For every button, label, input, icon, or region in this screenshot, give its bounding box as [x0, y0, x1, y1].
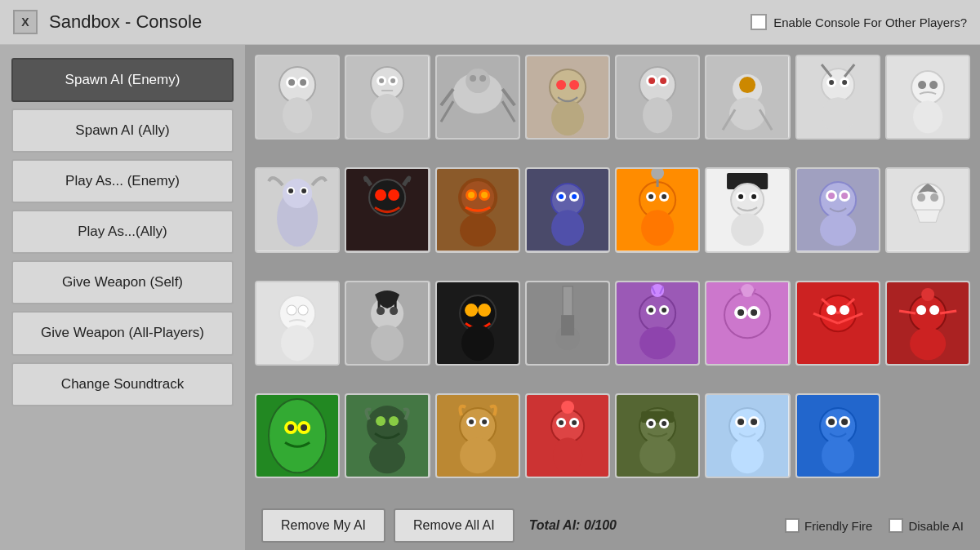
ai-card-2[interactable] [345, 55, 430, 140]
disable-ai-checkbox[interactable] [889, 518, 903, 533]
content-area: Remove My AI Remove All AI Total AI: 0/1… [245, 45, 980, 550]
svg-point-104 [841, 193, 848, 199]
svg-point-175 [469, 419, 474, 424]
svg-point-81 [572, 194, 577, 199]
ai-card-10[interactable] [345, 167, 430, 252]
svg-point-27 [556, 80, 566, 90]
svg-rect-128 [561, 315, 574, 335]
ai-card-18[interactable] [345, 281, 430, 366]
ai-card-5[interactable] [615, 55, 700, 140]
ai-card-13[interactable] [615, 167, 700, 252]
svg-point-164 [287, 424, 294, 431]
ai-card-14[interactable] [705, 167, 790, 252]
ai-card-4[interactable] [525, 55, 610, 140]
svg-point-13 [390, 78, 395, 83]
title-bar: X Sandbox - Console Enable Console For O… [0, 0, 980, 45]
svg-point-142 [737, 309, 744, 316]
svg-point-198 [737, 419, 744, 425]
svg-point-98 [731, 213, 764, 246]
sidebar-btn-spawn-ally[interactable]: Spawn AI (Ally) [11, 109, 234, 153]
ai-card-9[interactable] [255, 167, 340, 252]
svg-point-143 [751, 309, 757, 316]
svg-point-17 [466, 69, 490, 93]
ai-card-20[interactable] [525, 281, 610, 366]
ai-grid [255, 55, 970, 501]
enable-console-area: Enable Console For Other Players? [751, 14, 967, 30]
svg-point-28 [569, 80, 579, 90]
svg-point-200 [731, 437, 764, 473]
svg-point-90 [641, 210, 674, 246]
close-button[interactable]: X [13, 10, 38, 34]
remove-all-ai-button[interactable]: Remove All AI [394, 508, 514, 543]
svg-point-184 [559, 420, 564, 425]
ai-card-8[interactable] [885, 55, 970, 140]
svg-point-159 [910, 327, 946, 360]
ai-card-30[interactable] [705, 393, 790, 478]
svg-point-34 [648, 78, 655, 84]
svg-point-151 [840, 305, 849, 315]
ai-card-24[interactable] [885, 281, 970, 366]
ai-card-25[interactable] [255, 393, 340, 478]
svg-point-49 [842, 80, 847, 85]
ai-card-22[interactable] [705, 281, 790, 366]
sidebar-btn-change-soundtrack[interactable]: Change Soundtrack [11, 362, 234, 406]
ai-card-28[interactable] [525, 393, 610, 478]
sidebar-btn-give-weapon-self[interactable]: Give Weapon (Self) [11, 260, 234, 304]
svg-point-205 [828, 419, 835, 425]
svg-point-135 [662, 308, 666, 313]
svg-point-72 [468, 192, 474, 198]
ai-card-16[interactable] [885, 167, 970, 252]
ai-card-21[interactable] [615, 281, 700, 366]
svg-point-74 [460, 214, 496, 246]
svg-point-66 [388, 189, 399, 201]
svg-point-55 [929, 81, 938, 89]
svg-point-165 [301, 424, 307, 431]
svg-point-168 [376, 416, 385, 426]
svg-point-77 [551, 210, 584, 246]
svg-point-117 [376, 307, 385, 315]
svg-point-35 [660, 78, 666, 84]
ai-card-12[interactable] [525, 167, 610, 252]
main-layout: Spawn AI (Enemy)Spawn AI (Ally)Play As..… [0, 45, 980, 550]
svg-point-48 [829, 80, 834, 85]
sidebar-btn-play-as-ally[interactable]: Play As...(Ally) [11, 210, 234, 254]
ai-card-23[interactable] [795, 281, 880, 366]
svg-point-170 [369, 441, 405, 473]
svg-point-97 [751, 194, 756, 199]
enable-console-checkbox[interactable] [751, 14, 767, 30]
ai-card-31[interactable] [795, 393, 880, 478]
svg-point-23 [479, 75, 486, 82]
svg-point-96 [738, 194, 743, 199]
svg-point-150 [826, 305, 836, 315]
svg-point-199 [751, 419, 757, 425]
svg-point-119 [371, 325, 403, 361]
ai-card-17[interactable] [255, 281, 340, 366]
sidebar-btn-give-weapon-all[interactable]: Give Weapon (All-Players) [11, 311, 234, 355]
svg-point-158 [929, 305, 939, 315]
ai-card-19[interactable] [435, 281, 520, 366]
svg-point-180 [561, 401, 574, 414]
sidebar-btn-play-as-enemy[interactable]: Play As... (Enemy) [11, 159, 234, 203]
svg-point-88 [648, 194, 653, 199]
svg-point-108 [917, 193, 925, 202]
ai-card-11[interactable] [435, 167, 520, 252]
ai-card-27[interactable] [435, 393, 520, 478]
ai-card-7[interactable] [795, 55, 880, 140]
svg-point-109 [930, 193, 938, 202]
ai-card-29[interactable] [615, 393, 700, 478]
svg-point-65 [375, 189, 386, 201]
svg-point-22 [470, 75, 476, 82]
ai-card-1[interactable] [255, 55, 340, 140]
sidebar-btn-spawn-enemy[interactable]: Spawn AI (Enemy) [11, 58, 234, 102]
svg-point-114 [298, 305, 308, 315]
ai-card-15[interactable] [795, 167, 880, 252]
svg-point-62 [301, 189, 306, 193]
friendly-fire-checkbox[interactable] [785, 518, 800, 533]
svg-point-73 [481, 192, 488, 198]
remove-my-ai-button[interactable]: Remove My AI [261, 508, 385, 543]
svg-point-191 [648, 421, 653, 426]
ai-card-26[interactable] [345, 393, 430, 478]
svg-point-31 [643, 97, 672, 133]
ai-card-3[interactable] [435, 55, 520, 140]
ai-card-6[interactable] [705, 55, 790, 140]
